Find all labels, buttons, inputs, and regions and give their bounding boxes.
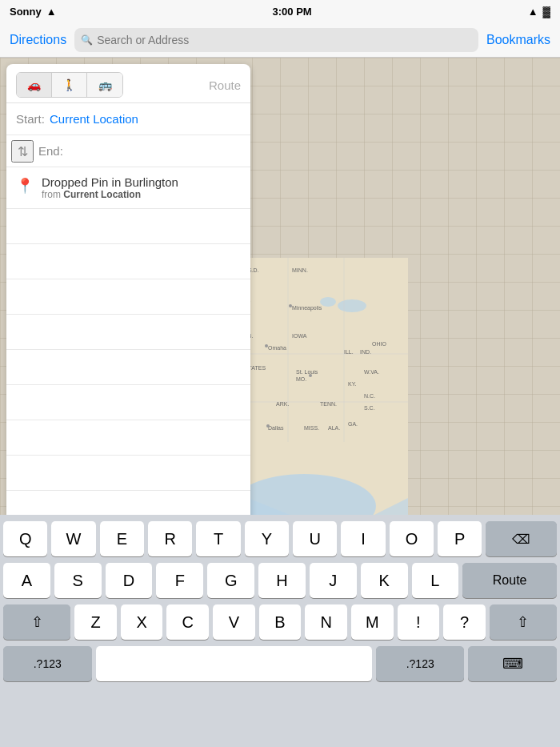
start-label: Start: (16, 112, 50, 126)
key-y[interactable]: Y (245, 521, 289, 556)
suggestion-subtitle: from Current Location (42, 189, 178, 200)
suggestion-title: Dropped Pin in Burlington (42, 175, 178, 189)
numbers-left-key[interactable]: .?123 (3, 646, 92, 681)
search-container: 🔍 (74, 28, 478, 52)
search-input[interactable] (74, 28, 478, 52)
key-g[interactable]: G (207, 563, 254, 598)
key-a[interactable]: A (3, 563, 50, 598)
svg-point-3 (320, 297, 336, 307)
svg-text:N.C.: N.C. (364, 393, 375, 399)
empty-row-6 (6, 385, 250, 420)
key-x[interactable]: X (121, 604, 163, 640)
svg-text:ALA.: ALA. (328, 425, 340, 431)
svg-text:IND.: IND. (360, 349, 371, 355)
route-key[interactable]: Route (462, 563, 557, 598)
bookmarks-button[interactable]: Bookmarks (486, 33, 550, 47)
walk-mode-button[interactable]: 🚶 (52, 73, 87, 97)
keyboard-row-1: Q W E R T Y U I O P ⌫ (3, 521, 557, 556)
svg-text:St. Louis: St. Louis (296, 369, 318, 375)
search-icon: 🔍 (81, 34, 93, 46)
empty-row-2 (6, 244, 250, 279)
key-e[interactable]: E (100, 521, 144, 556)
key-r[interactable]: R (148, 521, 192, 556)
route-inputs: Start: Current Location End: (6, 103, 250, 167)
keyboard-row-3: ⇧ Z X C V B N M ! ? ⇧ (3, 604, 557, 640)
key-f[interactable]: F (156, 563, 203, 598)
status-bar: Sonny ▲ 3:00 PM ▲ ▓ (0, 0, 560, 22)
svg-text:S.C.: S.C. (364, 405, 375, 411)
keyboard-row-2: A S D F G H J K L Route (3, 563, 557, 598)
key-i[interactable]: I (341, 521, 385, 556)
svg-point-12 (289, 304, 292, 307)
svg-text:TENN.: TENN. (320, 401, 337, 407)
key-exclaim[interactable]: ! (398, 604, 440, 640)
svg-point-2 (338, 299, 366, 312)
end-label: End: (38, 144, 72, 158)
key-p[interactable]: P (438, 521, 482, 556)
svg-text:MINN.: MINN. (292, 267, 308, 273)
car-mode-button[interactable]: 🚗 (17, 73, 52, 97)
svg-text:OHIO: OHIO (372, 341, 386, 347)
svg-point-16 (265, 344, 268, 347)
shift-left-key[interactable]: ⇧ (3, 604, 70, 640)
empty-row-5 (6, 350, 250, 385)
keyboard-dismiss-key[interactable]: ⌨ (468, 646, 557, 681)
empty-row-7 (6, 420, 250, 456)
svg-text:ILL.: ILL. (344, 349, 354, 355)
key-c[interactable]: C (166, 604, 209, 640)
suggestion-content: Dropped Pin in Burlington from Current L… (42, 175, 178, 200)
key-u[interactable]: U (293, 521, 337, 556)
delete-key[interactable]: ⌫ (486, 521, 557, 556)
suggestion-item[interactable]: 📍 Dropped Pin in Burlington from Current… (6, 167, 250, 209)
svg-text:ARK.: ARK. (276, 401, 289, 407)
space-key[interactable] (96, 646, 372, 681)
transit-mode-button[interactable]: 🚌 (87, 73, 122, 97)
map-snippet: S.D. MINN. S.D. Minneapolis IOWA NEB. Om… (224, 258, 408, 515)
key-s[interactable]: S (54, 563, 102, 598)
key-k[interactable]: K (361, 563, 408, 598)
key-h[interactable]: H (258, 563, 306, 598)
swap-routes-button[interactable]: ⇅ (11, 140, 34, 163)
end-row[interactable]: End: (6, 135, 250, 167)
svg-text:Dallas: Dallas (268, 425, 284, 431)
route-label: Route (209, 78, 241, 92)
directions-button[interactable]: Directions (10, 33, 66, 47)
start-value[interactable]: Current Location (50, 112, 138, 126)
directions-panel: 🚗 🚶 🚌 Route Start: Current Location End:… (6, 64, 250, 526)
start-row: Start: Current Location (6, 103, 250, 135)
key-t[interactable]: T (196, 521, 240, 556)
numbers-right-key[interactable]: .?123 (376, 646, 465, 681)
shift-right-key[interactable]: ⇧ (490, 604, 557, 640)
svg-text:IOWA: IOWA (292, 333, 307, 339)
transport-modes: 🚗 🚶 🚌 (16, 72, 123, 98)
time-label: 3:00 PM (273, 6, 312, 18)
transport-bar: 🚗 🚶 🚌 Route (6, 64, 250, 103)
key-b[interactable]: B (259, 604, 302, 640)
key-q[interactable]: Q (3, 521, 47, 556)
key-j[interactable]: J (310, 563, 357, 598)
empty-row-3 (6, 279, 250, 315)
route-inputs-wrapper: Start: Current Location End: ⇅ (6, 103, 250, 167)
key-m[interactable]: M (351, 604, 394, 640)
empty-row-1 (6, 209, 250, 244)
key-v[interactable]: V (213, 604, 255, 640)
key-z[interactable]: Z (74, 604, 117, 640)
battery-icon: ▓ (543, 6, 550, 18)
pin-icon: 📍 (16, 177, 34, 195)
key-d[interactable]: D (106, 563, 153, 598)
svg-point-33 (266, 424, 270, 428)
key-o[interactable]: O (390, 521, 434, 556)
wifi-icon: ▲ (46, 6, 57, 18)
svg-text:MO.: MO. (296, 376, 306, 382)
svg-text:GA.: GA. (348, 421, 358, 427)
key-question[interactable]: ? (443, 604, 486, 640)
key-n[interactable]: N (305, 604, 347, 640)
key-w[interactable]: W (51, 521, 95, 556)
svg-point-24 (309, 374, 312, 377)
keyboard: Q W E R T Y U I O P ⌫ A S D F G H J K L … (0, 515, 560, 747)
key-l[interactable]: L (412, 563, 459, 598)
signal-icon: ▲ (528, 6, 538, 18)
empty-row-8 (6, 456, 250, 491)
svg-text:Omaha: Omaha (268, 345, 286, 351)
keyboard-row-4: .?123 .?123 ⌨ (3, 646, 557, 681)
